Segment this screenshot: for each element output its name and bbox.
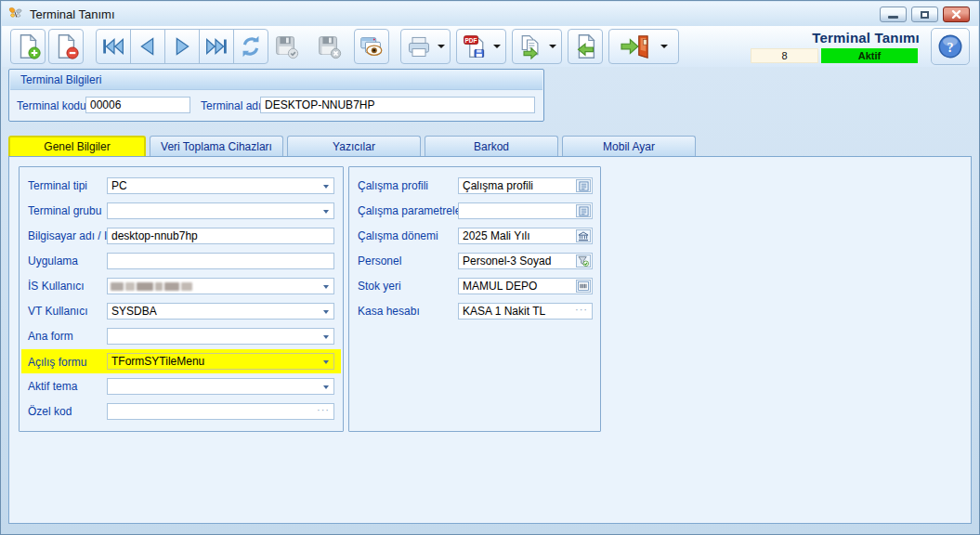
- export-pdf-icon: PDF: [462, 33, 488, 59]
- exit-dropdown-arrow[interactable]: [660, 45, 668, 48]
- form-picker-button[interactable]: [576, 179, 591, 192]
- export-pdf-button[interactable]: PDF: [456, 29, 506, 64]
- copy-record-dropdown-arrow[interactable]: [549, 45, 556, 48]
- delete-record-button[interactable]: [48, 29, 84, 64]
- aktif-tema-combo[interactable]: [107, 378, 334, 395]
- form-row: Özel kod ···: [20, 403, 343, 422]
- last-record-button[interactable]: [199, 29, 234, 64]
- save-icon: [272, 33, 300, 60]
- print-dropdown-arrow[interactable]: [438, 45, 445, 48]
- vt-kullanici-combo[interactable]: SYSDBA: [107, 303, 334, 320]
- ana-form-combo[interactable]: [107, 328, 334, 345]
- filter-check-icon: [578, 255, 589, 267]
- help-icon: ?: [936, 33, 964, 60]
- chevron-down-icon[interactable]: [323, 210, 329, 214]
- groupbox-title: Terminal Bilgileri: [10, 71, 542, 90]
- acilis-formu-combo[interactable]: TFormSYTileMenu: [107, 353, 334, 370]
- export-pdf-dropdown-arrow[interactable]: [493, 45, 501, 48]
- next-record-icon: [168, 33, 196, 60]
- first-record-button[interactable]: [96, 29, 131, 64]
- delete-record-icon: [52, 33, 80, 60]
- tab-genel-bilgiler[interactable]: Genel Bilgiler: [8, 136, 146, 156]
- svg-text:PDF: PDF: [465, 37, 477, 44]
- bilgisayar-adi-value: desktop-nnub7hp: [111, 229, 198, 243]
- import-record-button[interactable]: [568, 29, 603, 64]
- restore-button[interactable]: [911, 7, 938, 22]
- tab-veri-toplama-cihazlari[interactable]: Veri Toplama Cihazları: [150, 136, 283, 156]
- first-record-icon: [99, 33, 127, 60]
- form-row: Uygulama: [20, 253, 343, 271]
- minimize-icon: [888, 16, 898, 19]
- ellipsis-icon[interactable]: ···: [575, 304, 588, 315]
- bilgisayar-adi-field[interactable]: desktop-nnub7hp: [107, 228, 334, 244]
- ozel-kod-field[interactable]: ···: [107, 403, 334, 420]
- left-field-groupbox: Terminal tipi PC Terminal grubu Bilgisay…: [19, 166, 344, 432]
- terminal-kodu-field[interactable]: 00006: [85, 97, 190, 113]
- form-row-highlighted: Açılış formu TFormSYTileMenu: [21, 349, 341, 373]
- calisma-profili-field[interactable]: Çalışma profili: [458, 177, 593, 194]
- terminal-kodu-value: 00006: [90, 98, 121, 111]
- acilis-formu-value: TFormSYTileMenu: [111, 355, 204, 369]
- minimize-button[interactable]: [880, 7, 907, 22]
- ana-form-label: Ana form: [28, 330, 73, 343]
- ellipsis-icon[interactable]: ···: [317, 404, 330, 415]
- terminal-adi-field[interactable]: DESKTOP-NNUB7HP: [260, 97, 535, 113]
- barcode-icon: [578, 281, 589, 291]
- tab-yazicilar[interactable]: Yazıcılar: [287, 136, 421, 156]
- chevron-down-icon[interactable]: [323, 360, 329, 364]
- new-record-icon: [14, 33, 42, 60]
- tab-mobil-ayar[interactable]: Mobil Ayar: [562, 136, 696, 156]
- new-record-button[interactable]: [10, 29, 46, 64]
- exit-button[interactable]: [608, 29, 679, 64]
- form-list-icon: [579, 181, 589, 191]
- help-button[interactable]: ?: [931, 28, 970, 65]
- uygulama-field[interactable]: [107, 253, 334, 269]
- previous-record-button[interactable]: [130, 29, 165, 64]
- terminal-tipi-combo[interactable]: PC: [107, 177, 334, 194]
- calisma-profili-label: Çalışma profili: [358, 179, 428, 192]
- chevron-down-icon[interactable]: [323, 285, 329, 289]
- kasa-hesabi-field[interactable]: KASA 1 Nakit TL ···: [458, 303, 593, 320]
- personel-field[interactable]: Personel-3 Soyad: [458, 253, 593, 269]
- form-row: Çalışma profili Çalışma profili: [349, 177, 600, 196]
- titlebar[interactable]: Terminal Tanımı: [2, 2, 978, 26]
- calisma-donemi-field[interactable]: 2025 Mali Yılı: [458, 228, 593, 244]
- import-record-icon: [571, 33, 599, 60]
- chevron-down-icon[interactable]: [323, 335, 329, 339]
- stok-yeri-label: Stok yeri: [358, 280, 401, 293]
- period-picker-button[interactable]: [576, 229, 591, 242]
- refresh-button[interactable]: [233, 29, 268, 64]
- next-record-button[interactable]: [164, 29, 200, 64]
- print-icon: [406, 33, 432, 59]
- bank-icon: [578, 231, 589, 241]
- chevron-down-icon[interactable]: [323, 385, 329, 389]
- bilgisayar-adi-label: Bilgisayar adı / IP: [28, 229, 114, 242]
- chevron-down-icon[interactable]: [323, 310, 329, 314]
- form-picker-button[interactable]: [576, 204, 591, 217]
- print-button[interactable]: [400, 29, 451, 64]
- stok-yeri-field[interactable]: MAMUL DEPO: [458, 278, 593, 294]
- personel-picker-button[interactable]: [576, 254, 591, 268]
- app-window: Terminal Tanımı: [0, 0, 980, 535]
- save-cancel-button: [311, 29, 346, 64]
- previous-record-icon: [134, 33, 162, 60]
- close-button[interactable]: [943, 7, 970, 22]
- chevron-down-icon[interactable]: [323, 185, 329, 189]
- preview-icon: [358, 33, 385, 60]
- calisma-donemi-label: Çalışma dönemi: [358, 229, 438, 242]
- right-field-groupbox: Çalışma profili Çalışma profili Çalışma …: [348, 166, 601, 432]
- copy-record-button[interactable]: [512, 29, 562, 64]
- terminal-tipi-value: PC: [111, 179, 127, 193]
- exit-icon: [620, 33, 651, 60]
- is-kullanici-combo[interactable]: [107, 278, 334, 294]
- preview-button[interactable]: [354, 29, 389, 64]
- ozel-kod-label: Özel kod: [28, 405, 72, 418]
- terminal-grubu-combo[interactable]: [107, 202, 334, 219]
- terminal-kodu-label: Terminal kodu: [17, 99, 86, 112]
- form-row: Terminal grubu: [20, 202, 343, 221]
- stok-yeri-picker-button[interactable]: [576, 280, 591, 293]
- tab-barkod[interactable]: Barkod: [425, 136, 558, 156]
- form-row: Çalışma parametreleri: [349, 202, 600, 221]
- tab-strip: Genel Bilgiler Veri Toplama Cihazları Ya…: [8, 136, 696, 156]
- calisma-parametreleri-field[interactable]: [458, 202, 593, 219]
